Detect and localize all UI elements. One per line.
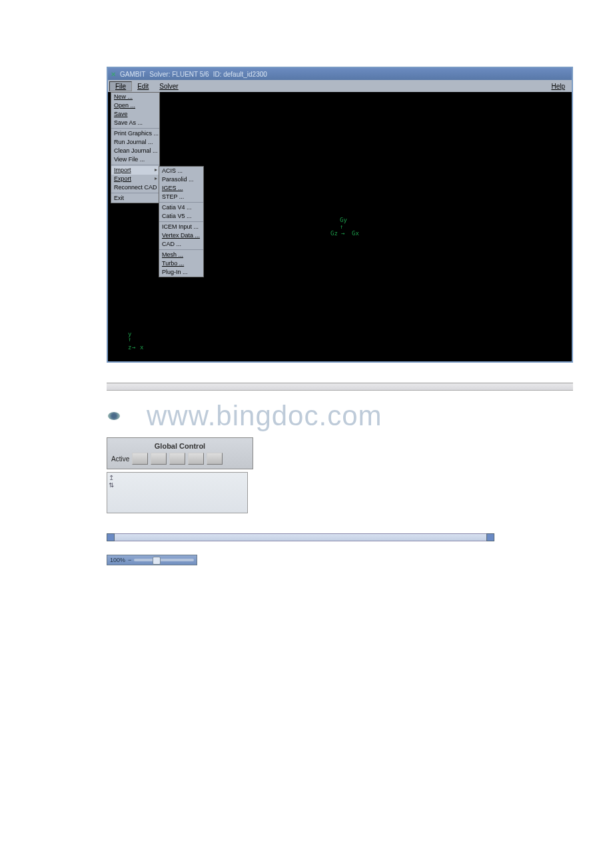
import-parasolid[interactable]: Parasolid ... <box>159 175 203 184</box>
zoom-out-icon[interactable]: − <box>128 557 131 563</box>
menu-export[interactable]: Export▸ <box>111 175 159 183</box>
import-catiav5[interactable]: Catia V5 ... <box>159 212 203 221</box>
gambit-main-window: ✕ GAMBIT Solver: FLUENT 5/6 ID: default_… <box>107 67 573 363</box>
global-control-title: Global Control <box>110 441 250 451</box>
menu-save[interactable]: Save <box>111 110 159 119</box>
import-step[interactable]: STEP ... <box>159 193 203 201</box>
menu-exit[interactable]: Exit <box>111 194 159 203</box>
chevron-right-icon: ▸ <box>155 175 157 181</box>
active-button-5[interactable] <box>207 453 223 465</box>
import-vertex[interactable]: Vertex Data ... <box>159 231 203 240</box>
menu-edit[interactable]: Edit <box>132 82 154 91</box>
divider-bar <box>107 383 573 391</box>
zoom-thumb[interactable] <box>153 557 161 565</box>
active-button-3[interactable] <box>169 453 185 465</box>
active-label: Active <box>111 455 129 463</box>
import-submenu: ACIS ... Parasolid ... IGES ... STEP ...… <box>159 166 204 277</box>
app-icon: ✕ <box>111 71 116 78</box>
chevron-right-icon: ▸ <box>155 167 157 173</box>
active-button-1[interactable] <box>132 453 148 465</box>
import-cad[interactable]: CAD ... <box>159 240 203 249</box>
menu-solver[interactable]: Solver <box>154 82 183 91</box>
scroll-right-button[interactable] <box>486 533 494 541</box>
move-icon[interactable]: ⇅ <box>109 481 114 489</box>
zoom-value: 100% <box>110 557 125 563</box>
menu-run-journal[interactable]: Run Journal ... <box>111 138 159 147</box>
zoom-slider[interactable]: 100% − <box>107 555 197 565</box>
menu-help[interactable]: Help <box>546 82 570 91</box>
zoom-track[interactable] <box>134 559 194 561</box>
menu-print-graphics[interactable]: Print Graphics ... <box>111 129 159 138</box>
menu-clean-journal[interactable]: Clean Journal ... <box>111 147 159 155</box>
horizontal-scrollbar[interactable] <box>107 533 494 541</box>
menu-saveas[interactable]: Save As ... <box>111 119 159 127</box>
import-catiav4[interactable]: Catia V4 ... <box>159 203 203 212</box>
menu-view-file[interactable]: View File ... <box>111 155 159 164</box>
titlebar: ✕ GAMBIT Solver: FLUENT 5/6 ID: default_… <box>108 68 572 80</box>
arrow-up-icon[interactable]: ↥ <box>109 474 114 481</box>
import-acis[interactable]: ACIS ... <box>159 167 203 175</box>
id-label: ID: default_id2300 <box>213 71 267 78</box>
menu-open[interactable]: Open ... <box>111 101 159 110</box>
eye-icon <box>108 412 120 420</box>
menubar: File Edit Solver Help <box>108 80 572 92</box>
scroll-left-button[interactable] <box>107 533 115 541</box>
active-button-2[interactable] <box>151 453 167 465</box>
app-name: GAMBIT <box>120 71 145 78</box>
solver-label: Solver: FLUENT 5/6 <box>149 71 209 78</box>
import-plugin[interactable]: Plug-In ... <box>159 268 203 277</box>
active-button-4[interactable] <box>188 453 204 465</box>
menu-file[interactable]: File <box>109 81 132 91</box>
transcript-panel: ↥ ⇅ <box>107 472 248 513</box>
import-iges[interactable]: IGES ... <box>159 184 203 193</box>
file-menu: New ... Open ... Save Save As ... Print … <box>111 92 160 203</box>
import-icem[interactable]: ICEM Input ... <box>159 223 203 231</box>
import-turbo[interactable]: Turbo ... <box>159 259 203 268</box>
global-control-panel: Global Control Active <box>107 437 253 469</box>
menu-import[interactable]: Import▸ <box>111 166 159 175</box>
import-mesh[interactable]: Mesh ... <box>159 251 203 259</box>
menu-reconnect-cad[interactable]: Reconnect CAD <box>111 183 159 192</box>
watermark: www.bingdoc.com <box>107 403 506 436</box>
menu-new[interactable]: New ... <box>111 93 159 101</box>
